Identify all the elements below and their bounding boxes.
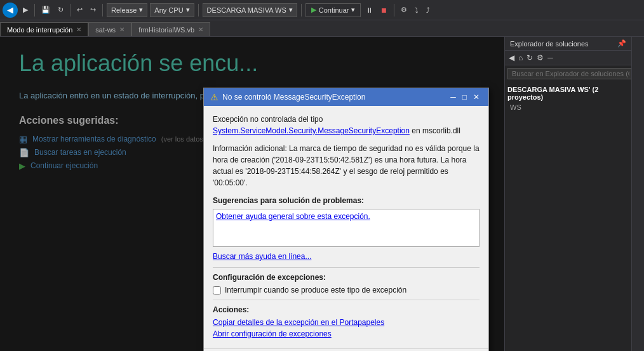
suggestion-link[interactable]: Obtener ayuda general sobre esta excepci… [216, 212, 370, 221]
play-icon: ▶ [311, 6, 316, 14]
release-label: Release [111, 6, 137, 14]
tab-frm[interactable]: frmHistorialWS.vb ✕ [131, 22, 210, 36]
exception-suffix: en mscorlib.dll [412, 126, 460, 135]
interrupt-checkbox[interactable] [213, 286, 221, 295]
exception-info-area: Información adicional: La marca de tiemp… [213, 143, 480, 189]
solution-search-input[interactable] [507, 68, 634, 79]
more-help-link[interactable]: Buscar más ayuda en línea... [213, 252, 480, 261]
dialog-controls: ─ □ ✕ [448, 93, 482, 102]
exception-prefix: Excepción no controlada del tipo [213, 115, 323, 124]
project-dropdown[interactable]: DESCARGA MASIVA WS ▾ [203, 3, 297, 17]
dialog-maximize-btn[interactable]: □ [460, 93, 469, 102]
stop-button[interactable]: ⏹ [378, 5, 390, 15]
separator-5 [301, 4, 302, 17]
dialog-titlebar: ⚠ No se controló MessageSecurityExceptio… [204, 88, 488, 106]
dialog-footer: Aceptar Continuar [204, 348, 488, 351]
dialog-body: Excepción no controlada del tipo System.… [204, 106, 488, 348]
suggestions-box[interactable]: Obtener ayuda general sobre esta excepci… [213, 209, 480, 247]
checkbox-label: Interrumpir cuando se produce este tipo … [225, 286, 406, 295]
release-dropdown[interactable]: Release ▾ [107, 3, 147, 17]
actions-section-title: Acciones: [213, 305, 480, 314]
dialog-warning-icon: ⚠ [210, 92, 218, 102]
debug-btn2[interactable]: ⤵ [412, 5, 421, 15]
back-button[interactable]: ◀ [3, 3, 18, 18]
suggestions-title: Sugerencias para solución de problemas: [213, 196, 480, 205]
tab-frm-label: frmHistorialWS.vb [138, 26, 194, 34]
project-label: DESCARGA MASIVA WS [207, 6, 286, 14]
actions-section: Acciones: Copiar detalles de la excepció… [213, 300, 480, 338]
se-settings-btn[interactable]: ⚙ [535, 52, 545, 63]
copy-details-link[interactable]: Copiar detalles de la excepción en el Po… [213, 318, 480, 327]
se-home-btn[interactable]: ⌂ [517, 52, 524, 63]
main-area: La aplicación se encu... La aplicación e… [0, 37, 644, 351]
debug-btn3[interactable]: ⤴ [424, 5, 433, 15]
cpu-label: Any CPU [154, 6, 183, 14]
tab-sat[interactable]: sat-ws ✕ [88, 22, 131, 36]
exception-type-area: Excepción no controlada del tipo System.… [213, 114, 480, 136]
solution-explorer-title: Explorador de soluciones [510, 40, 589, 48]
dropdown-arrow-release: ▾ [139, 6, 143, 14]
solution-project: WS [507, 102, 629, 112]
tab-interrupt-close[interactable]: ✕ [76, 26, 81, 33]
checkbox-row: Interrumpir cuando se produce este tipo … [213, 286, 480, 295]
tab-interrupt[interactable]: Modo de interrupción ✕ [0, 22, 88, 36]
continue-button[interactable]: ▶ Continuar ▾ [305, 3, 361, 17]
dropdown-arrow-cpu: ▾ [186, 6, 190, 14]
pause-button[interactable]: ⏸ [363, 5, 375, 15]
tab-interrupt-label: Modo de interrupción [7, 26, 72, 34]
debug-btn1[interactable]: ⚙ [398, 4, 410, 15]
forward-button[interactable]: ▶ [20, 4, 30, 15]
dialog-title-area: ⚠ No se controló MessageSecurityExceptio… [210, 92, 365, 102]
tabs-row: Modo de interrupción ✕ sat-ws ✕ frmHisto… [0, 20, 644, 37]
vertical-tab-strip [631, 37, 644, 351]
se-back-btn[interactable]: ◀ [507, 52, 516, 63]
solution-explorer-toolbar: ◀ ⌂ ↻ ⚙ ─ [505, 51, 631, 65]
exception-dialog: ⚠ No se controló MessageSecurityExceptio… [203, 88, 489, 351]
tab-sat-close[interactable]: ✕ [119, 26, 124, 33]
tab-frm-close[interactable]: ✕ [198, 26, 203, 33]
se-refresh-btn[interactable]: ↻ [525, 52, 534, 63]
solution-content: DESCARGA MASIVA WS' (2 proyectos) WS [505, 82, 631, 115]
refresh-button[interactable]: ↻ [55, 4, 66, 15]
separator-6 [394, 4, 394, 17]
continue-label: Continuar [319, 6, 349, 14]
separator-4 [198, 4, 199, 17]
dropdown-arrow-project: ▾ [289, 6, 293, 14]
right-panel: Explorador de soluciones 📌 ◀ ⌂ ↻ ⚙ ─ DES… [504, 37, 631, 351]
pin-icon[interactable]: 📌 [617, 39, 626, 48]
open-config-link[interactable]: Abrir configuración de excepciones [213, 329, 480, 338]
solution-explorer-header: Explorador de soluciones 📌 [505, 37, 631, 51]
dropdown-arrow-continue: ▾ [351, 6, 355, 14]
main-toolbar: ◀ ▶ 💾 ↻ ↩ ↪ Release ▾ Any CPU ▾ DESCARGA… [0, 0, 644, 20]
dialog-minimize-btn[interactable]: ─ [448, 93, 459, 102]
editor-panel: La aplicación se encu... La aplicación e… [0, 37, 504, 351]
info-label: Información adicional: [213, 144, 287, 153]
save-button[interactable]: 💾 [39, 4, 53, 15]
exception-type-link[interactable]: System.ServiceModel.Security.MessageSecu… [213, 126, 410, 135]
separator-3 [102, 4, 103, 17]
dialog-title-text: No se controló MessageSecurityException [222, 93, 365, 102]
dialog-close-btn[interactable]: ✕ [471, 93, 482, 102]
redo-button[interactable]: ↪ [88, 4, 98, 15]
cpu-dropdown[interactable]: Any CPU ▾ [150, 3, 194, 17]
separator-1 [34, 4, 35, 17]
solution-title: DESCARGA MASIVA WS' (2 proyectos) [507, 84, 629, 102]
se-pin-btn[interactable]: ─ [546, 52, 554, 63]
separator-2 [70, 4, 70, 17]
tab-sat-label: sat-ws [95, 26, 116, 34]
exceptions-config-section: Configuración de excepciones: Interrumpi… [213, 267, 480, 295]
undo-button[interactable]: ↩ [74, 4, 85, 15]
dialog-overlay: ⚠ No se controló MessageSecurityExceptio… [0, 37, 504, 351]
exceptions-config-title: Configuración de excepciones: [213, 273, 480, 282]
